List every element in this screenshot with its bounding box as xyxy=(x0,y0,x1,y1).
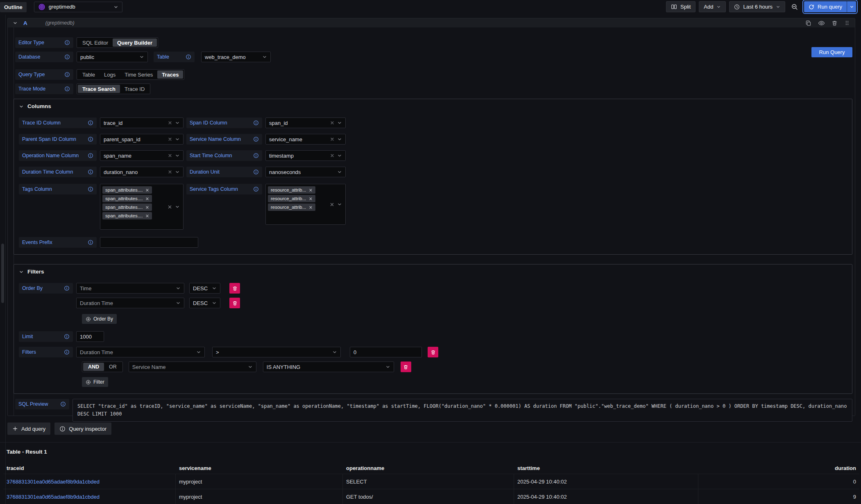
column-header-operationname[interactable]: operationname xyxy=(343,463,514,474)
filter-operator-select[interactable]: > xyxy=(212,347,341,357)
filters-section-header[interactable]: Filters xyxy=(19,269,847,275)
collapse-chevron-icon[interactable] xyxy=(19,104,24,109)
column-header-duration[interactable]: duration xyxy=(698,463,859,474)
database-select[interactable]: public xyxy=(77,52,148,62)
chevron-down-icon[interactable] xyxy=(337,202,342,207)
remove-filter-button[interactable] xyxy=(428,347,438,357)
info-icon[interactable] xyxy=(60,401,66,407)
run-query-button[interactable]: Run query xyxy=(804,1,847,12)
tag-chip[interactable]: span_attributes.... xyxy=(102,195,152,202)
remove-chip-x-icon[interactable] xyxy=(309,188,313,192)
collapse-chevron-icon[interactable] xyxy=(13,20,18,25)
filter-operator-select[interactable]: IS ANYTHING xyxy=(263,362,394,372)
column-header-starttime[interactable]: starttime xyxy=(514,463,698,474)
clear-x-icon[interactable] xyxy=(168,121,172,125)
column-header-traceid[interactable]: traceid xyxy=(3,463,176,474)
delete-query-trash-icon[interactable] xyxy=(832,20,838,26)
info-icon[interactable] xyxy=(64,72,70,77)
info-icon[interactable] xyxy=(64,40,70,45)
remove-chip-x-icon[interactable] xyxy=(309,197,313,201)
tab-table[interactable]: Table xyxy=(78,70,100,79)
remove-order-by-button[interactable] xyxy=(229,298,240,308)
operation-name-column-select[interactable]: span_name xyxy=(100,150,184,161)
info-icon[interactable] xyxy=(88,153,93,158)
order-by-field-select[interactable]: Duration Time xyxy=(76,298,184,308)
collapse-chevron-icon[interactable] xyxy=(19,269,24,274)
add-button[interactable]: Add xyxy=(699,1,726,12)
editor-run-query-button[interactable]: Run Query xyxy=(811,47,852,57)
tab-traces[interactable]: Traces xyxy=(157,70,183,79)
remove-chip-x-icon[interactable] xyxy=(145,197,149,201)
tab-time-series[interactable]: Time Series xyxy=(120,70,157,79)
tags-column-multiselect[interactable]: span_attributes.... span_attributes.... … xyxy=(100,184,184,230)
limit-input[interactable]: 1000 xyxy=(76,331,104,342)
events-prefix-input[interactable] xyxy=(100,237,198,248)
start-time-column-select[interactable]: timestamp xyxy=(265,150,346,161)
info-icon[interactable] xyxy=(88,136,93,142)
info-icon[interactable] xyxy=(64,285,70,291)
info-icon[interactable] xyxy=(186,54,191,60)
remove-chip-x-icon[interactable] xyxy=(309,206,313,209)
remove-order-by-button[interactable] xyxy=(229,283,240,294)
clear-x-icon[interactable] xyxy=(168,137,172,141)
info-icon[interactable] xyxy=(64,54,70,60)
info-icon[interactable] xyxy=(253,186,259,192)
split-button[interactable]: Split xyxy=(666,1,696,12)
and-option[interactable]: AND xyxy=(83,363,104,371)
clear-x-icon[interactable] xyxy=(330,137,334,141)
info-icon[interactable] xyxy=(253,169,259,175)
tab-trace-search[interactable]: Trace Search xyxy=(78,85,120,93)
order-by-direction-select[interactable]: DESC xyxy=(189,283,220,294)
info-icon[interactable] xyxy=(88,169,93,175)
run-query-options-caret[interactable] xyxy=(847,1,856,12)
filter-value-input[interactable]: 0 xyxy=(350,347,422,357)
tab-trace-id[interactable]: Trace ID xyxy=(120,85,149,93)
query-inspector-button[interactable]: Query inspector xyxy=(54,423,111,435)
tag-chip[interactable]: span_attributes.... xyxy=(102,186,152,194)
tab-logs[interactable]: Logs xyxy=(100,70,120,79)
add-filter-button[interactable]: Filter xyxy=(82,377,108,387)
info-icon[interactable] xyxy=(88,186,93,192)
clear-x-icon[interactable] xyxy=(330,154,334,158)
add-order-by-button[interactable]: Order By xyxy=(82,314,117,324)
add-query-button[interactable]: Add query xyxy=(7,423,50,435)
service-tag-chip[interactable]: resource_attrib... xyxy=(268,203,315,211)
clear-x-icon[interactable] xyxy=(168,170,172,174)
info-icon[interactable] xyxy=(88,240,93,245)
column-header-servicename[interactable]: servicename xyxy=(176,463,343,474)
duration-time-column-select[interactable]: duration_nano xyxy=(100,167,184,177)
info-icon[interactable] xyxy=(64,334,70,339)
service-tag-chip[interactable]: resource_attrib... xyxy=(268,195,315,202)
tag-chip[interactable]: span_attributes.... xyxy=(102,203,152,211)
clear-all-x-icon[interactable] xyxy=(168,205,172,209)
duplicate-query-icon[interactable] xyxy=(805,20,811,26)
info-icon[interactable] xyxy=(253,136,259,142)
info-icon[interactable] xyxy=(64,349,70,355)
datasource-picker[interactable]: greptimedb xyxy=(34,2,122,12)
info-icon[interactable] xyxy=(88,120,93,126)
parent-span-id-column-select[interactable]: parent_span_id xyxy=(100,134,184,145)
zoom-out-button[interactable] xyxy=(788,1,801,12)
filter-field-select[interactable]: Service Name xyxy=(129,362,256,372)
drag-handle-icon[interactable] xyxy=(844,20,850,26)
chevron-down-icon[interactable] xyxy=(175,204,180,209)
order-by-direction-select[interactable]: DESC xyxy=(189,298,220,308)
tab-sql-editor[interactable]: SQL Editor xyxy=(78,38,113,47)
filter-field-select[interactable]: Duration Time xyxy=(76,347,205,357)
toggle-visibility-eye-icon[interactable] xyxy=(818,20,825,27)
service-tags-column-multiselect[interactable]: resource_attrib... resource_attrib... re… xyxy=(265,184,346,225)
run-query-split-button[interactable]: Run query xyxy=(804,1,856,12)
span-id-column-select[interactable]: span_id xyxy=(265,118,346,128)
tab-query-builder[interactable]: Query Builder xyxy=(113,38,157,47)
info-icon[interactable] xyxy=(253,120,259,126)
remove-filter-button[interactable] xyxy=(401,362,411,372)
remove-chip-x-icon[interactable] xyxy=(145,188,149,192)
table-select[interactable]: web_trace_demo xyxy=(201,52,271,62)
remove-chip-x-icon[interactable] xyxy=(145,206,149,209)
order-by-field-select[interactable]: Time xyxy=(76,283,184,294)
trace-id-link[interactable]: 3768831301ea0d65adaef8b9da1cbded xyxy=(7,494,100,500)
trace-id-column-select[interactable]: trace_id xyxy=(100,118,184,128)
duration-unit-select[interactable]: nanoseconds xyxy=(265,167,346,177)
clear-x-icon[interactable] xyxy=(168,154,172,158)
info-icon[interactable] xyxy=(253,153,259,158)
